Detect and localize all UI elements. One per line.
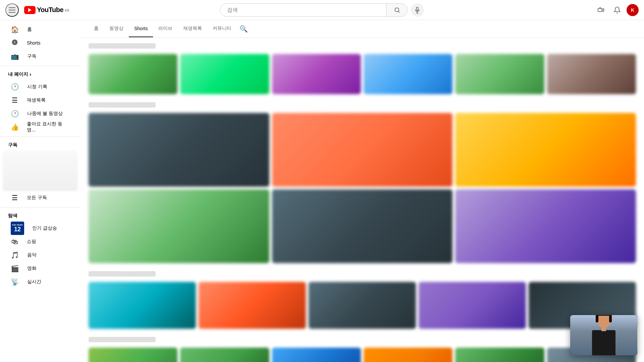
blurred-row-1 [89, 54, 636, 94]
thumb-1-4[interactable] [364, 54, 452, 94]
sidebar-label-home: 홈 [27, 26, 32, 33]
youtube-icon [24, 6, 36, 14]
thumb-3-2[interactable] [199, 282, 306, 329]
search-bar [220, 3, 408, 17]
thumb-2-5[interactable] [272, 189, 453, 263]
live-icon: 📡 [11, 278, 19, 286]
video-row-1 [89, 43, 636, 94]
tab-playlist[interactable]: 재생목록 [178, 20, 207, 38]
mic-icon [414, 7, 421, 13]
header-left: YouTube KR [5, 3, 86, 17]
logo[interactable]: YouTube KR [24, 6, 69, 14]
tab-home[interactable]: 홈 [89, 20, 104, 38]
sidebar-item-music[interactable]: 🎵 음악 [3, 248, 78, 262]
divider-3 [0, 207, 80, 207]
liked-icon: 👍 [11, 123, 19, 131]
my-page-section[interactable]: 내 페이지 › [0, 69, 80, 80]
video-row-3 [89, 271, 636, 329]
blurred-row-4 [89, 348, 636, 362]
sidebar-item-trending[interactable]: KBS NEWS 12 인기 급상승 [3, 222, 78, 235]
notification-button[interactable] [610, 3, 624, 17]
sidebar-item-all-subscriptions[interactable]: ☰ 모든 구독 [3, 191, 78, 204]
mini-player-video [570, 315, 637, 355]
search-icon [394, 7, 400, 13]
sidebar-label-shorts: Shorts [27, 40, 40, 46]
content-area [80, 38, 644, 362]
thumb-1-6[interactable] [547, 54, 636, 94]
divider-2 [0, 136, 80, 137]
sidebar-item-home[interactable]: 🏠 홈 [3, 23, 78, 36]
history-icon: 🕐 [11, 83, 19, 91]
row-2-header [89, 102, 156, 108]
sidebar: 🏠 홈 Shorts 📺 구독 내 페이지 › 🕐 시청 기록 ☰ 재생목록 🕐… [0, 20, 80, 362]
thumb-4-2[interactable] [180, 348, 269, 362]
search-input[interactable] [220, 7, 386, 13]
sidebar-item-liked[interactable]: 👍 좋아요 표시한 동영... [3, 120, 78, 134]
row-1-header [89, 43, 156, 49]
sidebar-item-history[interactable]: 🕐 시청 기록 [3, 80, 78, 94]
thumb-1-5[interactable] [455, 54, 544, 94]
header: YouTube KR [0, 0, 644, 20]
playlist-icon: ☰ [11, 96, 19, 104]
thumb-4-5[interactable] [455, 348, 544, 362]
thumb-2-6[interactable] [455, 189, 636, 263]
music-icon: 🎵 [11, 251, 19, 259]
shopping-icon: 🛍 [11, 238, 19, 246]
row-2-grid [89, 113, 636, 263]
bell-icon [613, 6, 621, 14]
thumb-1-3[interactable] [272, 54, 361, 94]
explore-section: 탐색 [0, 210, 80, 222]
all-subs-icon: ☰ [11, 194, 19, 202]
subscriptions-section: 구독 [0, 139, 80, 151]
avatar[interactable]: K [627, 4, 639, 16]
row-4-header [89, 337, 156, 342]
kbs-number: 12 [14, 226, 21, 233]
sidebar-item-playlist[interactable]: ☰ 재생목록 [3, 94, 78, 107]
thumb-2-4[interactable] [89, 189, 269, 263]
logo-kr: KR [65, 9, 69, 12]
kbs-thumbnail: KBS NEWS 12 [11, 222, 24, 235]
sidebar-item-shorts[interactable]: Shorts [3, 36, 78, 50]
sidebar-item-shopping[interactable]: 🛍 쇼핑 [3, 235, 78, 248]
tab-community[interactable]: 커뮤니티 [207, 20, 237, 38]
subscription-channels [3, 151, 78, 191]
home-icon: 🏠 [11, 25, 19, 34]
video-row-4 [89, 337, 636, 362]
row-3-header [89, 271, 156, 277]
sidebar-item-live[interactable]: 📡 실시간 [3, 275, 78, 289]
tab-search-icon[interactable]: 🔍 [237, 25, 251, 33]
thumb-4-4[interactable] [364, 348, 452, 362]
tab-live[interactable]: 라이브 [153, 20, 178, 38]
subscriptions-icon: 📺 [11, 52, 19, 60]
channel-tabs: 홈 동영상 Shorts 라이브 재생목록 커뮤니티 🔍 [80, 20, 644, 38]
thumb-1-1[interactable] [89, 54, 177, 94]
search-button[interactable] [386, 3, 408, 17]
logo-text: YouTube [37, 6, 63, 14]
mini-player[interactable] [570, 315, 637, 355]
thumb-2-3[interactable] [455, 113, 636, 187]
movies-icon: 🎬 [11, 264, 19, 273]
thumb-3-4[interactable] [419, 282, 526, 329]
video-row-2 [89, 102, 636, 263]
tab-videos[interactable]: 동영상 [104, 20, 129, 38]
tab-shorts[interactable]: Shorts [129, 20, 153, 37]
sidebar-item-watch-later[interactable]: 🕐 나중에 볼 동영상 [3, 107, 78, 120]
sidebar-label-subscriptions: 구독 [27, 53, 37, 59]
thumb-2-2[interactable] [272, 113, 453, 187]
shorts-icon [11, 39, 19, 47]
thumb-4-3[interactable] [272, 348, 361, 362]
create-icon [597, 6, 605, 14]
create-button[interactable] [594, 3, 608, 17]
menu-button[interactable] [5, 3, 19, 17]
sidebar-item-movies[interactable]: 🎬 영화 [3, 262, 78, 275]
thumb-3-3[interactable] [309, 282, 416, 329]
mic-button[interactable] [411, 3, 424, 17]
thumb-4-1[interactable] [89, 348, 177, 362]
thumb-3-1[interactable] [89, 282, 196, 329]
thumb-1-2[interactable] [180, 54, 269, 94]
sidebar-item-subscriptions[interactable]: 📺 구독 [3, 50, 78, 63]
svg-rect-2 [417, 7, 418, 10]
thumb-2-1[interactable] [89, 113, 269, 187]
svg-rect-5 [598, 8, 602, 11]
divider-1 [0, 66, 80, 66]
